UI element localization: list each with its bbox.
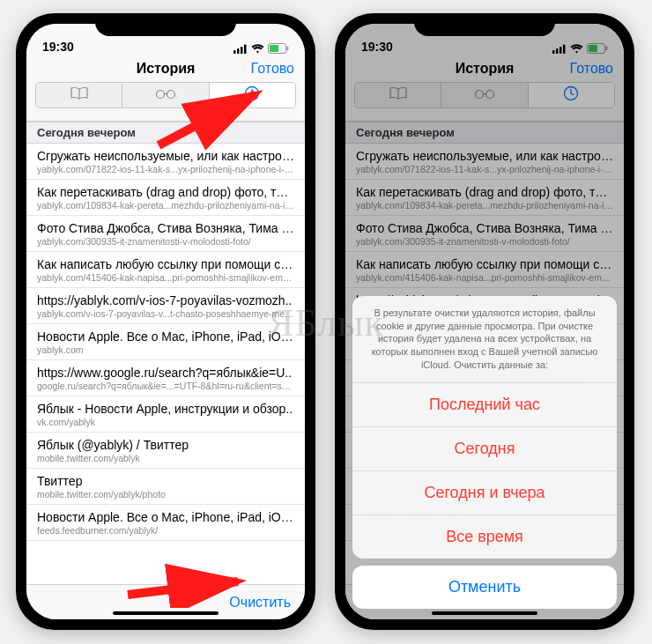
list-item[interactable]: Новости Apple. Все о Mac, iPhone, iPad, … xyxy=(26,324,305,360)
svg-rect-6 xyxy=(270,45,278,52)
tab-reading-list[interactable] xyxy=(122,83,209,107)
done-button[interactable]: Готово xyxy=(251,61,294,77)
list-item[interactable]: Яблык - Новости Apple, инструкции и обзо… xyxy=(26,396,305,433)
notch xyxy=(95,13,236,36)
signal-icon xyxy=(233,44,248,54)
battery-icon xyxy=(268,43,289,54)
actionsheet-message: В результате очистки удаляются история, … xyxy=(352,296,617,383)
clock-icon xyxy=(244,85,260,105)
list-item[interactable]: Новости Apple. Все о Mac, iPhone, iPad, … xyxy=(26,505,305,541)
action-sheet: В результате очистки удаляются история, … xyxy=(352,296,617,609)
phone-right: 19:30 История Готово xyxy=(335,13,634,630)
list-item[interactable]: Твиттерmobile.twitter.com/yablyk/photo xyxy=(26,469,305,505)
svg-rect-1 xyxy=(237,48,240,54)
section-header: Сегодня вечером xyxy=(26,122,305,144)
actionsheet-option-last-hour[interactable]: Последний час xyxy=(352,383,617,427)
actionsheet-option-all-time[interactable]: Все время xyxy=(352,515,617,559)
screen-left: 19:30 История Готово xyxy=(26,24,305,619)
glasses-icon xyxy=(154,87,177,103)
segmented-control[interactable] xyxy=(35,82,296,108)
nav-bar: История Готово xyxy=(26,56,305,122)
svg-rect-0 xyxy=(233,50,236,54)
list-item[interactable]: Как перетаскивать (drag and drop) фото, … xyxy=(26,180,305,216)
history-list[interactable]: Сгружать неиспользуемые, или как настрои… xyxy=(26,144,305,584)
home-indicator[interactable] xyxy=(113,611,219,615)
phone-left: 19:30 История Готово xyxy=(16,13,315,630)
status-time: 19:30 xyxy=(42,40,74,54)
list-item[interactable]: Как написать любую ссылку при помощи см.… xyxy=(26,252,305,288)
list-item[interactable]: Фото Стива Джобса, Стива Возняка, Тима К… xyxy=(26,216,305,252)
svg-rect-3 xyxy=(244,44,247,54)
actionsheet-cancel[interactable]: Отменить xyxy=(352,566,617,609)
clear-button[interactable]: Очистить xyxy=(229,595,291,611)
svg-point-7 xyxy=(156,91,164,99)
book-icon xyxy=(70,86,89,104)
actionsheet-option-today[interactable]: Сегодня xyxy=(352,427,617,471)
svg-rect-2 xyxy=(241,47,243,54)
notch xyxy=(414,13,555,36)
tab-history[interactable] xyxy=(210,83,295,107)
tab-bookmarks[interactable] xyxy=(36,83,122,107)
svg-point-8 xyxy=(167,91,174,99)
list-item[interactable]: Яблык (@yablyk) / Твиттерmobile.twitter.… xyxy=(26,433,305,469)
list-item[interactable]: https://yablyk.com/v-ios-7-poyavilas-voz… xyxy=(26,288,305,324)
list-item[interactable]: https://www.google.ru/search?q=яблык&ie=… xyxy=(26,360,305,396)
wifi-icon xyxy=(251,44,264,54)
list-item[interactable]: Сгружать неиспользуемые, или как настрои… xyxy=(26,144,305,180)
screen-right: 19:30 История Готово xyxy=(345,24,624,619)
home-indicator[interactable] xyxy=(432,611,537,615)
actionsheet-option-today-yesterday[interactable]: Сегодня и вчера xyxy=(352,471,617,515)
svg-rect-5 xyxy=(287,47,289,51)
